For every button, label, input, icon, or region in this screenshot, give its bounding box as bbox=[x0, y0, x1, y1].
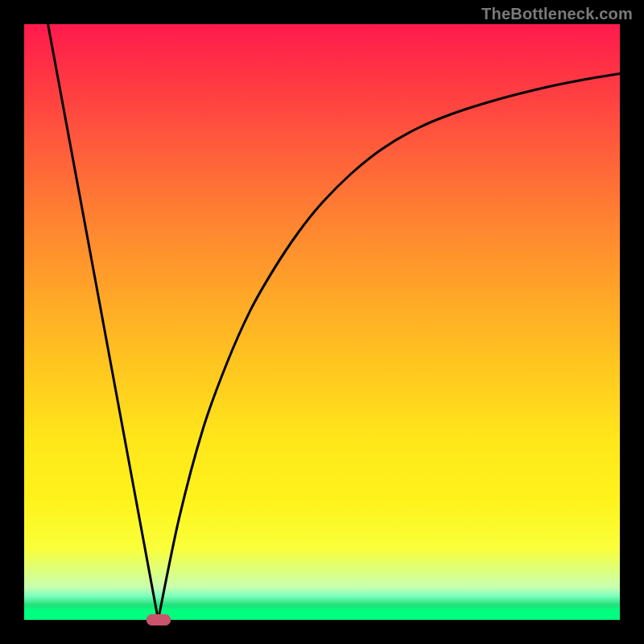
chart-frame: TheBottleneck.com bbox=[0, 0, 644, 644]
curve-svg bbox=[24, 24, 620, 620]
watermark-text: TheBottleneck.com bbox=[481, 5, 633, 23]
plot-area bbox=[24, 24, 620, 620]
right-branch-path bbox=[159, 73, 621, 620]
bottleneck-marker bbox=[147, 614, 171, 625]
left-branch-path bbox=[48, 24, 159, 620]
